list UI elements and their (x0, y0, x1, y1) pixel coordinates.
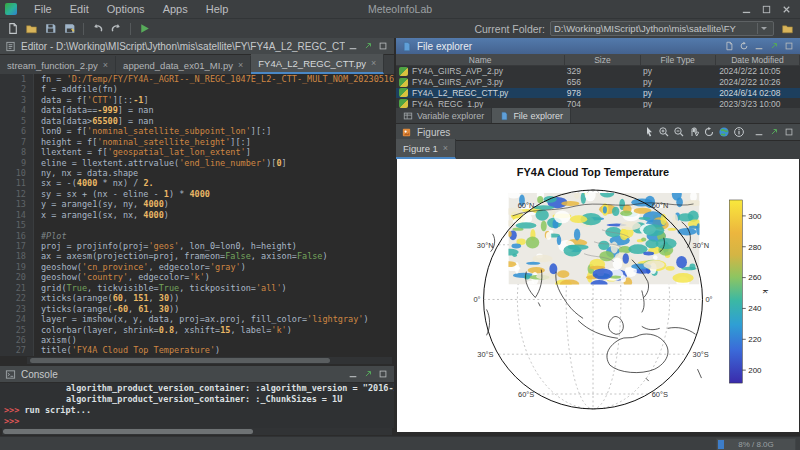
new-file-button[interactable] (721, 39, 736, 53)
ctt-pixel-blob (696, 223, 701, 235)
console-hscroll-thumb[interactable] (3, 429, 253, 434)
ctt-pixel-blob (672, 273, 693, 283)
ctt-pixel-blob (643, 224, 664, 236)
python-file-icon (399, 88, 408, 97)
meteoinfolab-window: FileEditOptionsAppsHelp MeteoInfoLab Cur… (0, 0, 800, 450)
console-line: >>> run script... (0, 405, 394, 416)
ctt-pixel-blob (526, 237, 540, 249)
file-name-cell: FY4A_GIIRS_AVP_3.py (396, 77, 563, 87)
ctt-pixel-blob (528, 267, 545, 273)
editor-hscroll-thumb[interactable] (30, 358, 330, 363)
memory-indicator[interactable]: 8% / 8.0G (716, 438, 796, 450)
refresh-button[interactable] (736, 39, 751, 53)
console-output[interactable]: algorithm_product_version_container: :al… (0, 383, 394, 428)
menu-edit[interactable]: Edit (61, 3, 98, 15)
minimize-button[interactable] (751, 39, 766, 53)
code-line: 5data[data>65500] = nan (0, 116, 394, 126)
menu-file[interactable]: File (25, 3, 61, 15)
python-file-icon (399, 78, 408, 87)
code-line: 26axism() (0, 335, 394, 345)
file-cell: 978 (563, 88, 639, 98)
save-as-button[interactable] (60, 20, 79, 37)
menu-items: FileEditOptionsAppsHelp (25, 3, 237, 15)
minimize-button[interactable] (345, 367, 360, 381)
editor-tab-append_data_ex01_MI.py[interactable]: append_data_ex01_MI.py× (116, 56, 251, 74)
column-header-size[interactable]: Size (565, 55, 640, 65)
editor-tab-stream_function_2.py[interactable]: stream_function_2.py× (0, 56, 116, 74)
minimize-button[interactable] (736, 1, 756, 17)
tab-close-icon[interactable]: × (371, 58, 376, 68)
ctt-pixel-blob (554, 211, 570, 224)
lat-label: 60°N (518, 201, 535, 210)
column-header-name[interactable]: Name (396, 55, 565, 65)
maximize-button[interactable] (781, 39, 796, 53)
tab-figure-1[interactable]: Figure 1 × (396, 139, 456, 159)
tab-variable-explorer[interactable]: Variable explorer (396, 108, 492, 123)
file-explorer-title: File explorer (417, 41, 721, 52)
new-file-button[interactable] (3, 20, 22, 37)
chevron-down-icon[interactable] (757, 23, 770, 34)
maximize-button[interactable] (781, 125, 796, 139)
code-text: data[data==-999] = nan (34, 105, 154, 115)
ctt-pixel-blob (666, 266, 675, 271)
menu-apps[interactable]: Apps (154, 3, 197, 15)
browse-folder-button[interactable] (778, 21, 796, 36)
tab-close-icon[interactable]: × (103, 60, 108, 70)
ctt-pixel-blob (656, 238, 677, 249)
console-hscrollbar[interactable] (2, 428, 392, 435)
file-table-header[interactable]: NameSizeFile TypeDate Modified (396, 54, 800, 66)
editor-hscrollbar[interactable] (27, 357, 392, 364)
zoom-out-button[interactable] (671, 125, 686, 139)
open-folder-button[interactable] (22, 20, 41, 37)
code-line: 6lon0 = f['nominal_satellite_subpoint_lo… (0, 126, 394, 136)
file-row-FY4A_L2_REGC_CTT.py[interactable]: FY4A_L2_REGC_CTT.py978py2024/6/14 02:08 (396, 88, 800, 99)
cursor-button[interactable] (641, 125, 656, 139)
maximize-button[interactable] (375, 367, 390, 381)
file-cell: py (639, 88, 715, 98)
column-header-file-type[interactable]: File Type (641, 55, 716, 65)
file-row-FY4A_GIIRS_AVP_3.py[interactable]: FY4A_GIIRS_AVP_3.py656py2024/2/22 10:26 (396, 77, 800, 88)
ctt-pixel-blob (512, 254, 517, 258)
code-line: 10ny, nx = data.shape (0, 168, 394, 178)
run-button[interactable] (135, 20, 154, 37)
code-editor[interactable]: 1fn = 'D:/Temp/FY/FY4A-_AGRI--_N_REGC_10… (0, 74, 394, 356)
console-panel: Console algorithm_product_version_contai… (0, 366, 394, 436)
minimize-button[interactable] (751, 125, 766, 139)
globe-button[interactable] (716, 125, 731, 139)
current-folder-combobox[interactable]: D:\Working\MIScript\Jython\mis\satellite… (550, 21, 774, 36)
rotate-button[interactable] (701, 125, 716, 139)
file-name-cell: FY4A_L2_REGC_CTT.py (396, 88, 563, 98)
file-row-FY4A_GIIRS_AVP_2.py[interactable]: FY4A_GIIRS_AVP_2.py329py2024/2/22 10:05 (396, 66, 800, 77)
code-text: fn = 'D:/Temp/FY/FY4A-_AGRI--_N_REGC_104… (34, 74, 394, 84)
ctt-pixel-blob (643, 260, 664, 269)
identify-button[interactable] (731, 125, 746, 139)
tab-file-explorer[interactable]: File explorer (492, 108, 571, 123)
file-explorer-icon (400, 40, 413, 53)
maximize-button[interactable] (756, 1, 776, 17)
colorbar: 300280260240220200 k (729, 200, 770, 383)
maximize-button[interactable] (375, 39, 390, 53)
menu-help[interactable]: Help (197, 3, 238, 15)
figure-canvas[interactable]: FY4A Cloud Top Temperature (397, 159, 799, 432)
figure-tab-close-icon[interactable]: × (443, 143, 448, 153)
float-button[interactable] (360, 367, 375, 381)
code-text: y = arange1(sy, ny, 4000) (34, 199, 169, 209)
lat-label: 0° (705, 295, 712, 304)
zoom-in-button[interactable] (656, 125, 671, 139)
menu-options[interactable]: Options (98, 3, 154, 15)
lat-label: 30°N (477, 241, 494, 250)
redo-button[interactable] (107, 20, 126, 37)
minimize-button[interactable] (345, 39, 360, 53)
close-button[interactable] (776, 1, 796, 17)
pan-hand-button[interactable] (686, 125, 701, 139)
column-header-date-modified[interactable]: Date Modified (716, 55, 800, 65)
file-cell: py (639, 66, 715, 76)
undo-button[interactable] (88, 20, 107, 37)
float-button[interactable] (766, 125, 781, 139)
save-button[interactable] (41, 20, 60, 37)
code-text: llextent = f['geospatial_lat_lon_extent'… (34, 147, 251, 157)
editor-tab-FY4A_L2_REGC_CTT.py[interactable]: FY4A_L2_REGC_CTT.py× (251, 54, 384, 74)
tab-close-icon[interactable]: × (238, 60, 243, 70)
float-button[interactable] (766, 39, 781, 53)
float-button[interactable] (360, 39, 375, 53)
